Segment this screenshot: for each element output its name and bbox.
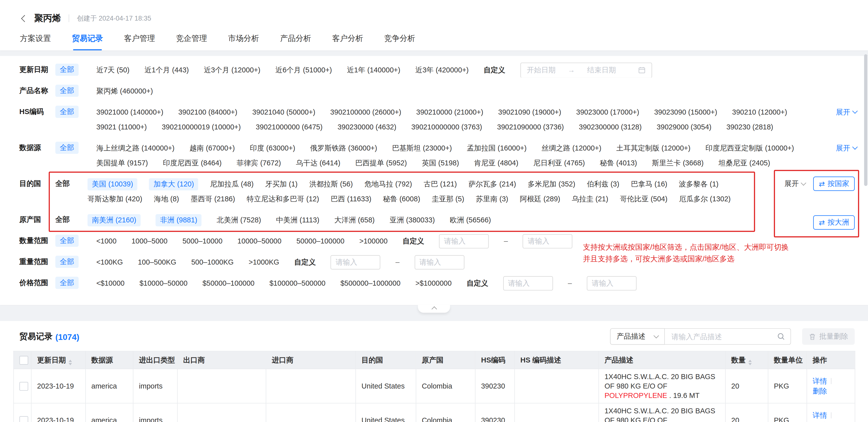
filter-option[interactable]: 500–1000KG: [191, 258, 234, 266]
filter-option[interactable]: 苏里南 (3): [476, 194, 508, 204]
filter-option[interactable]: 俄罗斯铁路 (36000+): [310, 143, 377, 153]
filter-option[interactable]: 1000–5000: [131, 237, 167, 245]
nav-tab[interactable]: 方案设置: [20, 34, 51, 50]
delete-link[interactable]: 删除: [813, 421, 827, 422]
side-expand-link[interactable]: 展开: [784, 179, 806, 189]
filter-option[interactable]: 丝绸之路 (12000+): [541, 143, 601, 153]
filter-option[interactable]: $100000–500000: [269, 279, 326, 287]
custom-range-option[interactable]: 自定义: [484, 65, 505, 75]
filter-option[interactable]: 3902300000 (3128): [579, 123, 642, 131]
filter-option[interactable]: 伯利兹 (3): [587, 179, 620, 189]
filter-option[interactable]: 390230000 (4632): [338, 123, 396, 131]
filter-option[interactable]: 洪都拉斯 (56): [309, 179, 353, 189]
select-all-checkbox[interactable]: [19, 356, 28, 365]
filter-all-chip[interactable]: 全部: [55, 256, 79, 268]
filter-option[interactable]: 美国提单 (9157): [96, 158, 148, 168]
custom-range-option[interactable]: 自定义: [403, 236, 424, 246]
by-continent-button[interactable]: ⇄按大洲: [813, 215, 855, 230]
filter-all-chip[interactable]: 全部: [55, 64, 79, 76]
filter-option[interactable]: 390210 (12000+): [732, 108, 787, 116]
filter-option[interactable]: 5000–10000: [183, 237, 222, 245]
nav-tab[interactable]: 市场分析: [228, 34, 259, 50]
filter-option[interactable]: <$10000: [96, 279, 124, 287]
price-min-input[interactable]: [503, 276, 553, 290]
sort-toggle[interactable]: [748, 359, 752, 365]
nav-tab[interactable]: 产品分析: [280, 34, 311, 50]
sort-toggle[interactable]: [69, 359, 72, 365]
filter-all-chip[interactable]: 全部: [55, 234, 79, 247]
filter-option[interactable]: 坦桑尼亚 (2405): [718, 158, 770, 168]
custom-range-option[interactable]: 自定义: [294, 257, 316, 267]
filter-option[interactable]: 北美洲 (7528): [217, 215, 261, 225]
filter-option[interactable]: 危地马拉 (792): [365, 179, 412, 189]
filter-all-chip[interactable]: 全部: [55, 106, 79, 118]
nav-tab[interactable]: 竞企管理: [176, 34, 207, 50]
filter-option[interactable]: 近1个月 (443): [145, 65, 189, 75]
filter-option[interactable]: 390210000000 (3763): [411, 123, 482, 131]
filter-option[interactable]: 39021090 (19000+): [498, 108, 561, 116]
filter-option[interactable]: 乌拉圭 (21): [572, 194, 608, 204]
filter-option[interactable]: 孟加拉国 (16000+): [467, 143, 527, 153]
custom-range-option[interactable]: 自定义: [466, 278, 488, 288]
filter-option[interactable]: 厄瓜多尔 (1302): [679, 194, 731, 204]
filter-option[interactable]: $500000–1000000: [341, 279, 401, 287]
filter-option[interactable]: 波多黎各 (1): [679, 179, 719, 189]
filter-option[interactable]: 亚洲 (380033): [390, 215, 435, 225]
filter-option[interactable]: 50000–100000: [297, 237, 344, 245]
filter-all-option[interactable]: 全部: [55, 213, 70, 227]
filter-option[interactable]: 印度尼西亚 (8464): [163, 158, 222, 168]
filter-option[interactable]: 哥伦比亚 (504): [620, 194, 668, 204]
search-field-select[interactable]: 产品描述: [610, 328, 665, 345]
filter-option[interactable]: 南美洲 (2160): [88, 214, 141, 226]
filter-option[interactable]: >1000KG: [248, 258, 279, 266]
filter-option[interactable]: 39023000 (17000+): [576, 108, 639, 116]
filter-option[interactable]: 巴西提单 (5952): [355, 158, 407, 168]
filter-option[interactable]: 尼加拉瓜 (48): [210, 179, 254, 189]
filter-option[interactable]: 390210000019 (10000+): [162, 123, 241, 131]
filter-option[interactable]: 海地 (8): [154, 194, 179, 204]
filter-option[interactable]: >100000: [359, 237, 388, 245]
nav-tab[interactable]: 客户管理: [124, 34, 155, 50]
filter-option[interactable]: 越南 (67000+): [189, 143, 235, 153]
search-icon[interactable]: [777, 332, 785, 340]
collapse-filter-tab[interactable]: [418, 305, 450, 313]
product-desc-search-input[interactable]: [670, 332, 777, 341]
filter-option[interactable]: 肯尼亚 (4804): [474, 158, 518, 168]
row-checkbox[interactable]: [19, 382, 28, 391]
expand-link[interactable]: 展开: [832, 140, 857, 156]
scrollbar-thumb[interactable]: [864, 54, 867, 186]
batch-delete-button[interactable]: 批量删除: [802, 328, 855, 345]
filter-option[interactable]: 巴基斯坦 (23000+): [392, 143, 452, 153]
filter-option[interactable]: 近3个月 (12000+): [204, 65, 260, 75]
filter-option[interactable]: >$1000000: [415, 279, 452, 287]
filter-option[interactable]: 10000–50000: [237, 237, 281, 245]
filter-option[interactable]: <100KG: [96, 258, 123, 266]
filter-all-chip[interactable]: 全部: [55, 141, 79, 154]
weight-min-input[interactable]: [331, 255, 380, 269]
filter-option[interactable]: 近6个月 (51000+): [275, 65, 332, 75]
by-country-button[interactable]: ⇄按国家: [813, 176, 855, 191]
back-icon[interactable]: [21, 14, 28, 22]
date-range-picker[interactable]: 开始日期 → 结束日期: [520, 63, 652, 77]
delete-link[interactable]: 删除: [813, 387, 827, 395]
filter-option[interactable]: 39029000 (3054): [657, 123, 712, 131]
filter-option[interactable]: 哥斯达黎加 (420): [88, 194, 142, 204]
filter-option[interactable]: 欧洲 (56566): [450, 215, 491, 225]
filter-option[interactable]: 39021000 (140000+): [96, 108, 163, 116]
filter-option[interactable]: $50000–100000: [203, 279, 254, 287]
filter-option[interactable]: 390210000 (21000+): [416, 108, 483, 116]
filter-option[interactable]: 古巴 (121): [424, 179, 457, 189]
filter-option[interactable]: 秘鲁 (6008): [383, 194, 420, 204]
filter-option[interactable]: 印度 (63000+): [250, 143, 295, 153]
filter-option[interactable]: <1000: [96, 237, 117, 245]
detail-link[interactable]: 详情: [813, 377, 827, 385]
filter-option[interactable]: 39021040 (50000+): [252, 108, 315, 116]
quantity-max-input[interactable]: [523, 234, 572, 248]
filter-option[interactable]: 100–500KG: [138, 258, 176, 266]
filter-option[interactable]: 印度尼西亚定制版 (10000+): [705, 143, 794, 153]
nav-tab[interactable]: 客户分析: [332, 34, 363, 50]
filter-option[interactable]: 海上丝绸之路 (140000+): [96, 143, 174, 153]
filter-option[interactable]: 近1年 (140000+): [347, 65, 400, 75]
filter-option[interactable]: 大洋洲 (658): [334, 215, 375, 225]
filter-option[interactable]: 39023090 (15000+): [654, 108, 717, 116]
